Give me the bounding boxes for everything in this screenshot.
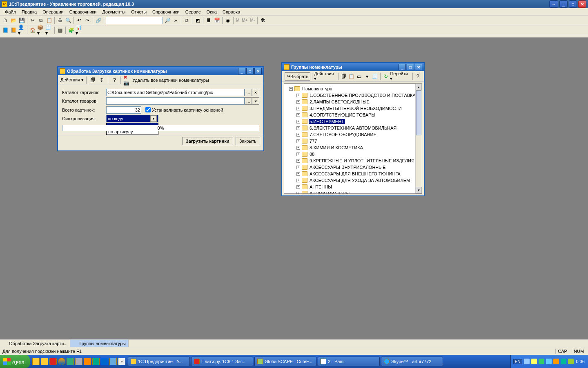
ql-icon-10[interactable] [109, 358, 117, 365]
redo-icon[interactable]: ↷ [84, 17, 91, 24]
ql-icon-1[interactable] [32, 358, 40, 365]
m-label[interactable]: M [235, 18, 240, 22]
tree-row[interactable]: +АНТЕННЫ [285, 184, 421, 190]
input-catalog-images[interactable]: C:\Documents and Settings\pc\Рабочий сто… [106, 89, 245, 96]
task-paint[interactable]: 2 - Paint [318, 357, 380, 366]
m-minus-label[interactable]: M- [249, 18, 256, 22]
ql-icon-6[interactable] [75, 358, 82, 365]
expand-icon[interactable]: + [296, 153, 300, 156]
dialog-groups-close-button[interactable]: ✕ [415, 64, 422, 70]
open-icon[interactable]: 📂 [10, 17, 17, 24]
tb-groups-icon-5[interactable]: 🧾 [372, 73, 379, 80]
m-plus-label[interactable]: M+ [241, 18, 248, 22]
expand-icon[interactable]: + [296, 139, 300, 143]
toolbar-search-input[interactable] [106, 17, 163, 24]
start-button[interactable]: пуск [0, 355, 30, 368]
dialog-groups-maximize-button[interactable]: □ [407, 64, 414, 70]
tree-row[interactable]: +1.СОБСТВЕННОЕ ПРОИЗВОДСТВО И ПОСТАВКА [285, 92, 421, 99]
expand-icon[interactable]: + [296, 126, 300, 130]
language-indicator[interactable]: EN [513, 359, 522, 364]
tree-scrollbar[interactable]: ▲ ▼ [415, 84, 422, 193]
scroll-track[interactable] [416, 90, 422, 187]
close-button[interactable]: ✕ [578, 0, 586, 8]
print-icon[interactable]: 🖶 [56, 17, 64, 24]
dialog-groups-minimize-button[interactable]: _ [399, 64, 406, 70]
tree-row[interactable]: +7.СВЕТОВОЕ ОБОРУДОВАНИЕ [285, 131, 421, 138]
tb2-icon-7[interactable]: ▥ [56, 27, 64, 34]
menu-windows[interactable]: Окна [204, 9, 219, 15]
expand-icon[interactable]: + [296, 166, 300, 169]
menu-reports[interactable]: Отчеты [129, 9, 149, 15]
tree-row[interactable]: +3.ПРЕДМЕТЫ ПЕРВОЙ НЕОБХОДИМОСТИ [285, 105, 421, 112]
tool-green-icon[interactable]: ◉ [224, 17, 232, 24]
combo-sync[interactable]: по коду ▼ по коду по артикулу [106, 115, 158, 122]
task-cuteftp[interactable]: GlobalSCAPE - CuteF... [254, 357, 316, 366]
ql-expand-icon[interactable]: » [118, 358, 125, 365]
menu-references1[interactable]: Справочники [67, 9, 99, 15]
select-button[interactable]: ↪ Выбрать [285, 72, 310, 81]
tb-groups-icon-3[interactable]: 🗂 [356, 73, 363, 80]
tree-row[interactable]: +4.СОПУТСТВУЮЩИЕ ТОВАРЫ [285, 112, 421, 118]
browse-catalog-images-button[interactable]: … [245, 89, 252, 96]
tray-icon-4[interactable] [546, 359, 552, 364]
ql-opera-icon[interactable] [49, 358, 57, 365]
browse-catalog-goods-button[interactable]: … [245, 97, 252, 105]
expand-icon[interactable]: + [296, 120, 300, 123]
menu-operations[interactable]: Операции [40, 9, 66, 15]
expand-icon[interactable]: + [296, 94, 300, 97]
task-1c[interactable]: 1С:Предприятие - У... [128, 357, 190, 366]
paste-icon[interactable]: 📋 [45, 17, 53, 24]
actions-menu-button[interactable]: Действия ▾ [60, 77, 84, 83]
preview-icon[interactable]: 🔍 [65, 17, 72, 24]
tb-icon-1[interactable]: 🗐 [89, 76, 96, 84]
menu-documents[interactable]: Документы [100, 9, 128, 15]
dialog-upload-close-button[interactable]: ✕ [254, 68, 262, 74]
tree-row[interactable]: +АКСЕССУАРЫ ДЛЯ УХОДА ЗА АВТОМОБИЛЕМ [285, 177, 421, 184]
close-dialog-button[interactable]: Закрыть [236, 137, 260, 145]
actions-menu-button-2[interactable]: Действия ▾ [314, 71, 336, 81]
goto-menu-button[interactable]: Перейти ▾ [390, 71, 410, 81]
clear-catalog-images-button[interactable]: × [252, 89, 259, 96]
tray-icon-5[interactable] [553, 359, 559, 364]
delete-images-icon[interactable]: ✖📷 [123, 76, 131, 84]
menu-help[interactable]: Справка [220, 9, 243, 15]
tool-yellow-icon[interactable]: ◩ [194, 17, 201, 24]
expand-icon[interactable]: + [296, 159, 300, 163]
tb2-icon-6[interactable]: 🧾▾ [45, 27, 53, 34]
scroll-up-icon[interactable]: ▲ [416, 84, 422, 90]
help-icon-2[interactable]: ? [414, 73, 421, 80]
collapse-icon[interactable]: − [289, 87, 293, 91]
link-icon[interactable]: 🔗 [95, 17, 102, 24]
taskbar-clock[interactable]: 0:36 [575, 359, 586, 364]
clear-catalog-goods-button[interactable]: × [252, 97, 259, 105]
tray-icon-6[interactable] [561, 359, 566, 364]
tree-root-row[interactable]: − Номенклатура [285, 85, 421, 92]
tree-row[interactable]: +777 [285, 138, 421, 144]
menu-file[interactable]: Файл [2, 9, 18, 15]
tray-icon-7[interactable] [568, 359, 574, 364]
tree-row[interactable]: +9.КРЕПЕЖНЫЕ И УПЛОТНИТЕЛЬНЫЕ ИЗДЕЛИЯ [285, 157, 421, 164]
tb2-icon-1[interactable]: 📘 [2, 27, 9, 34]
expand-icon[interactable]: + [296, 133, 300, 137]
ql-vlc-icon[interactable] [84, 358, 91, 365]
tree-row[interactable]: +88 [285, 151, 421, 157]
checkbox-set-main-image[interactable]: Устанавливать картинку основной [144, 106, 223, 114]
copy-icon[interactable]: ⧉ [37, 17, 45, 24]
cut-icon[interactable]: ✂ [29, 17, 36, 24]
load-images-button[interactable]: Загрузить картинки [182, 137, 233, 145]
calc-icon[interactable]: 🖩 [205, 17, 212, 24]
tray-icon-2[interactable] [531, 359, 537, 364]
tb2-icon-9[interactable]: 📊▾ [76, 27, 83, 34]
tb-groups-icon-2[interactable]: 📋 [348, 73, 355, 80]
tb2-icon-5[interactable]: 📦▾ [37, 27, 45, 34]
find-next-icon[interactable]: » [172, 17, 179, 24]
tb2-icon-3[interactable]: 👤▾ [18, 27, 25, 34]
dialog-upload-titlebar[interactable]: Обработка Загрузка картинок номенклатуры… [58, 67, 263, 75]
tray-icon-3[interactable] [539, 359, 544, 364]
menu-edit[interactable]: Правка [19, 9, 39, 15]
save-icon[interactable]: 💾 [18, 17, 25, 24]
find-icon[interactable]: 🔎 [164, 17, 171, 24]
tray-icon-1[interactable] [524, 359, 530, 364]
scroll-down-icon[interactable]: ▼ [416, 187, 422, 193]
ql-icon-8[interactable] [92, 358, 100, 365]
